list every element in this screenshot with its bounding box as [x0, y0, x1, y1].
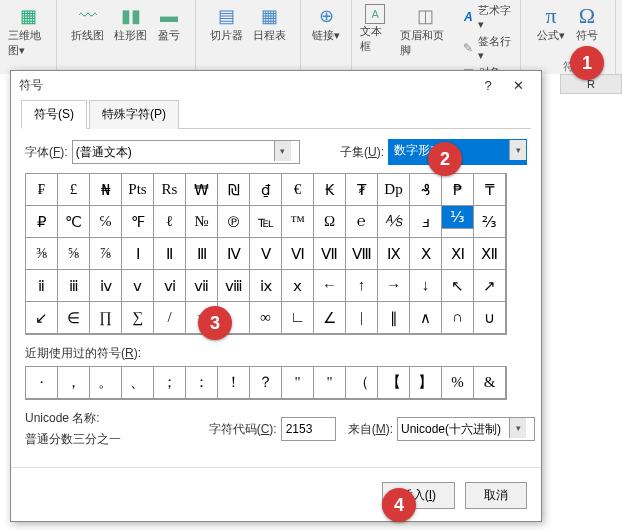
- symbol-cell[interactable]: Ⅸ: [377, 237, 410, 270]
- symbol-cell[interactable]: ⅵ: [153, 269, 186, 302]
- recent-symbol-cell[interactable]: ？: [249, 366, 282, 399]
- symbol-cell[interactable]: ↖: [441, 269, 474, 302]
- symbol-cell[interactable]: ℉: [121, 205, 154, 238]
- symbol-cell[interactable]: ₱: [441, 173, 474, 206]
- recent-symbol-cell[interactable]: 、: [121, 366, 154, 399]
- recent-symbol-cell[interactable]: &: [473, 366, 506, 399]
- recent-symbol-cell[interactable]: 】: [409, 366, 442, 399]
- symbol-cell[interactable]: ₮: [345, 173, 378, 206]
- symbol-cell[interactable]: ℓ: [153, 205, 186, 238]
- symbol-cell[interactable]: ⅔: [473, 205, 506, 238]
- symbol-cell[interactable]: ∧: [409, 301, 442, 334]
- symbol-cell[interactable]: |: [345, 301, 378, 334]
- symbol-cell[interactable]: ∞: [249, 301, 282, 334]
- symbol-cell[interactable]: ⅱ: [25, 269, 58, 302]
- symbol-cell[interactable]: ℅: [89, 205, 122, 238]
- symbol-cell[interactable]: ℡: [249, 205, 282, 238]
- symbol-cell[interactable]: ₫: [249, 173, 282, 206]
- symbol-cell[interactable]: Rs: [153, 173, 186, 206]
- symbol-cell[interactable]: ₩: [185, 173, 218, 206]
- charcode-input[interactable]: [281, 417, 336, 441]
- symbol-cell[interactable]: Ω: [313, 205, 346, 238]
- cancel-button[interactable]: 取消: [465, 482, 527, 509]
- symbol-cell[interactable]: £: [57, 173, 90, 206]
- tab-special-chars[interactable]: 特殊字符(P): [89, 100, 179, 129]
- symbol-cell[interactable]: ←: [313, 269, 346, 302]
- ribbon-wordart-button[interactable]: A艺术字▾: [459, 2, 516, 32]
- recent-symbol-cell[interactable]: ": [313, 366, 346, 399]
- symbol-cell[interactable]: Dp: [377, 173, 410, 206]
- ribbon-sparkline-line[interactable]: 〰折线图: [67, 2, 108, 45]
- recent-symbol-cell[interactable]: （: [345, 366, 378, 399]
- symbol-cell[interactable]: ⅜: [25, 237, 58, 270]
- symbol-cell[interactable]: ↑: [345, 269, 378, 302]
- symbol-cell[interactable]: ∪: [473, 301, 506, 334]
- recent-symbol-cell[interactable]: 【: [377, 366, 410, 399]
- symbol-cell[interactable]: Ⅺ: [441, 237, 474, 270]
- symbol-cell[interactable]: ₦: [89, 173, 122, 206]
- recent-symbol-cell[interactable]: ·: [25, 366, 58, 399]
- symbol-cell[interactable]: Ⅷ: [345, 237, 378, 270]
- symbol-cell[interactable]: №: [185, 205, 218, 238]
- symbol-cell[interactable]: ⅍: [377, 205, 410, 238]
- symbol-cell[interactable]: ⅷ: [217, 269, 250, 302]
- symbol-cell[interactable]: ₣: [25, 173, 58, 206]
- symbol-cell[interactable]: ₭: [313, 173, 346, 206]
- dialog-help-button[interactable]: ?: [473, 73, 503, 97]
- symbol-cell[interactable]: →: [377, 269, 410, 302]
- recent-symbol-cell[interactable]: %: [441, 366, 474, 399]
- ribbon-sparkline-column[interactable]: ▮▮柱形图: [110, 2, 151, 45]
- symbol-cell[interactable]: Ⅲ: [185, 237, 218, 270]
- symbol-cell[interactable]: ∟: [281, 301, 314, 334]
- symbol-cell[interactable]: Ⅹ: [409, 237, 442, 270]
- recent-symbol-cell[interactable]: ；: [153, 366, 186, 399]
- symbol-cell[interactable]: /: [153, 301, 186, 334]
- symbol-cell[interactable]: ⅝: [57, 237, 90, 270]
- symbol-cell[interactable]: Ⅰ: [121, 237, 154, 270]
- ribbon-signature-button[interactable]: ✎签名行▾: [459, 33, 516, 63]
- tab-symbol[interactable]: 符号(S): [21, 100, 87, 129]
- symbol-cell[interactable]: Ⅳ: [217, 237, 250, 270]
- ribbon-symbol-button[interactable]: Ω符号: [571, 2, 603, 45]
- recent-symbol-cell[interactable]: ！: [217, 366, 250, 399]
- symbol-cell[interactable]: ↙: [25, 301, 58, 334]
- ribbon-sparkline-winloss[interactable]: ▬盈亏: [153, 2, 185, 45]
- recent-symbol-cell[interactable]: ：: [185, 366, 218, 399]
- symbol-cell[interactable]: ⅸ: [249, 269, 282, 302]
- symbol-cell[interactable]: ⅲ: [57, 269, 90, 302]
- symbol-cell[interactable]: Ⅱ: [153, 237, 186, 270]
- symbol-cell[interactable]: ℃: [57, 205, 90, 238]
- font-select[interactable]: [72, 140, 300, 164]
- ribbon-slicer-button[interactable]: ▤切片器: [206, 2, 247, 45]
- symbol-cell[interactable]: ⅓: [441, 205, 474, 229]
- symbol-cell[interactable]: €: [281, 173, 314, 206]
- ribbon-timeline-button[interactable]: ▦日程表: [249, 2, 290, 45]
- symbol-cell[interactable]: Ⅴ: [249, 237, 282, 270]
- symbol-cell[interactable]: Ⅶ: [313, 237, 346, 270]
- ribbon-equation-button[interactable]: π公式▾: [533, 2, 569, 45]
- symbol-cell[interactable]: ∑: [121, 301, 154, 334]
- ribbon-link-button[interactable]: ⊕链接▾: [308, 2, 344, 45]
- symbol-cell[interactable]: ⅞: [89, 237, 122, 270]
- symbol-cell[interactable]: ₸: [473, 173, 506, 206]
- symbol-cell[interactable]: ⅶ: [185, 269, 218, 302]
- recent-symbol-cell[interactable]: 。: [89, 366, 122, 399]
- symbol-cell[interactable]: Ⅻ: [473, 237, 506, 270]
- symbol-cell[interactable]: ⅴ: [121, 269, 154, 302]
- symbol-cell[interactable]: ↓: [409, 269, 442, 302]
- from-select[interactable]: [397, 417, 535, 441]
- symbol-cell[interactable]: ∥: [377, 301, 410, 334]
- symbol-cell[interactable]: ₪: [217, 173, 250, 206]
- symbol-cell[interactable]: ™: [281, 205, 314, 238]
- symbol-cell[interactable]: ⅹ: [281, 269, 314, 302]
- symbol-cell[interactable]: ∠: [313, 301, 346, 334]
- dialog-close-button[interactable]: ✕: [503, 73, 533, 97]
- symbol-cell[interactable]: ↗: [473, 269, 506, 302]
- recent-symbol-cell[interactable]: ": [281, 366, 314, 399]
- symbol-cell[interactable]: ∈: [57, 301, 90, 334]
- symbol-cell[interactable]: ∩: [441, 301, 474, 334]
- symbol-cell[interactable]: ⅎ: [409, 205, 442, 238]
- symbol-cell[interactable]: Pts: [121, 173, 154, 206]
- recent-symbol-cell[interactable]: ，: [57, 366, 90, 399]
- symbol-cell[interactable]: ₰: [409, 173, 442, 206]
